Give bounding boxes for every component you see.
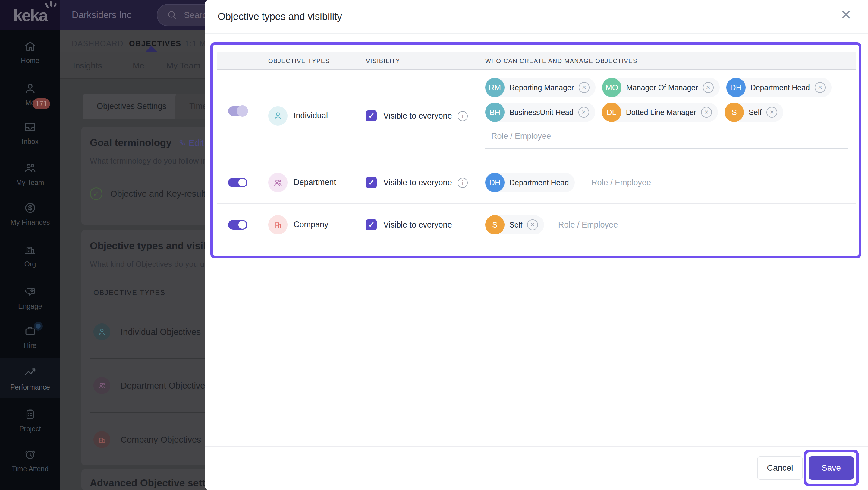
checkbox-label: Visible to everyone bbox=[383, 111, 452, 121]
modal-title: Objective types and visibility bbox=[218, 11, 342, 22]
chip-manager-of-manager: MO Manager Of Manager ✕ bbox=[602, 78, 720, 97]
chat-heart-icon bbox=[24, 285, 36, 298]
search-icon bbox=[167, 10, 177, 20]
role-employee-input[interactable]: Role / Employee bbox=[591, 178, 651, 188]
chip-department-head: DH Department Head ✕ bbox=[726, 78, 832, 97]
type-label-individual: Individual bbox=[293, 111, 328, 120]
sidebar-item-my-team[interactable]: My Team bbox=[0, 162, 60, 187]
chip-row: S Self ✕ bbox=[485, 215, 544, 234]
checkbox-visible-company[interactable]: ✓ bbox=[366, 219, 377, 230]
home-icon bbox=[24, 40, 36, 53]
inbox-icon bbox=[24, 121, 36, 133]
remove-chip-icon[interactable]: ✕ bbox=[767, 107, 777, 118]
clipboard-icon bbox=[24, 408, 36, 421]
chip-row: BH BusinessUnit Head ✕ DL Dotted Line Ma… bbox=[485, 103, 783, 122]
checkbox-label: Visible to everyone bbox=[383, 178, 452, 188]
sidebar-item-time-attend[interactable]: Time Attend bbox=[0, 448, 60, 473]
building-icon bbox=[24, 243, 36, 256]
column-divider bbox=[359, 52, 359, 246]
row-divider bbox=[217, 246, 856, 246]
remove-chip-icon[interactable]: ✕ bbox=[703, 82, 714, 93]
input-underline bbox=[485, 148, 848, 149]
sidebar-item-inbox[interactable]: Inbox bbox=[0, 121, 60, 146]
row-divider bbox=[217, 161, 856, 162]
remove-chip-icon[interactable]: ✕ bbox=[701, 107, 712, 118]
sidebar-item-performance[interactable]: Performance bbox=[0, 366, 60, 391]
column-header-objective-types: OBJECTIVE TYPES bbox=[268, 52, 330, 70]
toggle-individual[interactable] bbox=[228, 106, 247, 116]
column-header-visibility: VISIBILITY bbox=[366, 52, 400, 70]
sidebar-item-home[interactable]: Home bbox=[0, 40, 60, 65]
row-divider bbox=[217, 203, 856, 204]
checkbox-label: Visible to everyone bbox=[383, 220, 452, 230]
checkbox-visible-department[interactable]: ✓ bbox=[366, 177, 377, 188]
role-employee-input[interactable]: Role / Employee bbox=[491, 132, 551, 141]
people-icon bbox=[93, 377, 110, 394]
chip-reporting-manager: RM Reporting Manager ✕ bbox=[485, 78, 595, 97]
chip-row: RM Reporting Manager ✕ MO Manager Of Man… bbox=[485, 78, 832, 97]
avatar: BH bbox=[485, 103, 504, 122]
active-tab-caret bbox=[145, 46, 158, 53]
subtab-insights[interactable]: Insights bbox=[73, 61, 102, 70]
chip-self: S Self ✕ bbox=[485, 215, 544, 234]
sidebar: Home Me 171 Inbox My Team My Finances Or… bbox=[0, 30, 60, 490]
info-icon[interactable]: i bbox=[458, 178, 468, 188]
column-header-who-can: WHO CAN CREATE AND MANAGE OBJECTIVES bbox=[485, 52, 638, 70]
type-label-department: Department bbox=[293, 178, 336, 187]
toggle-department[interactable] bbox=[228, 178, 247, 188]
company-name: Darksiders Inc bbox=[72, 0, 131, 30]
chip-dotted-line-manager: DL Dotted Line Manager ✕ bbox=[602, 103, 718, 122]
screen: keka Darksiders Inc Search e Home Me 171… bbox=[0, 0, 868, 490]
chip-row: DH Department Head bbox=[485, 173, 575, 192]
person-icon bbox=[93, 323, 110, 340]
logo-area: keka bbox=[0, 0, 60, 30]
subtab-my-team[interactable]: My Team bbox=[166, 61, 200, 70]
avatar: DL bbox=[602, 103, 621, 122]
remove-chip-icon[interactable]: ✕ bbox=[579, 82, 590, 93]
avatar: DH bbox=[726, 78, 746, 97]
input-underline bbox=[485, 240, 850, 240]
close-icon[interactable]: ✕ bbox=[840, 7, 852, 23]
checkbox-visible-individual[interactable]: ✓ bbox=[366, 110, 377, 121]
building-icon bbox=[93, 431, 110, 448]
inbox-count-badge: 171 bbox=[33, 98, 50, 109]
avatar: RM bbox=[485, 78, 504, 97]
remove-chip-icon[interactable]: ✕ bbox=[815, 82, 826, 93]
avatar: S bbox=[724, 103, 744, 122]
info-icon[interactable]: i bbox=[458, 111, 468, 121]
toggle-company[interactable] bbox=[228, 220, 247, 230]
remove-chip-icon[interactable]: ✕ bbox=[527, 219, 538, 230]
person-icon bbox=[24, 82, 36, 95]
person-icon bbox=[268, 106, 287, 125]
alarm-clock-icon bbox=[24, 448, 36, 461]
chip-businessunit-head: BH BusinessUnit Head ✕ bbox=[485, 103, 595, 122]
sidebar-item-my-finances[interactable]: My Finances bbox=[0, 202, 60, 227]
input-underline bbox=[485, 198, 850, 198]
tab-objectives-settings[interactable]: Objectives Settings bbox=[83, 93, 180, 119]
avatar: MO bbox=[602, 78, 621, 97]
subtab-me[interactable]: Me bbox=[133, 61, 144, 70]
check-circle-icon: ✓ bbox=[90, 188, 102, 200]
cancel-button[interactable]: Cancel bbox=[757, 456, 803, 480]
sidebar-item-project[interactable]: Project bbox=[0, 408, 60, 433]
keka-logo: keka bbox=[13, 5, 47, 25]
people-icon bbox=[268, 173, 287, 192]
sidebar-item-org[interactable]: Org bbox=[0, 243, 60, 268]
edit-link[interactable]: ✎ Edit bbox=[179, 138, 204, 148]
tab-dashboard[interactable]: DASHBOARD bbox=[72, 39, 124, 48]
building-icon bbox=[268, 215, 287, 234]
role-employee-input[interactable]: Role / Employee bbox=[558, 220, 618, 230]
chip-department-head: DH Department Head bbox=[485, 173, 575, 192]
objective-visibility-modal: Objective types and visibility ✕ OBJECTI… bbox=[205, 0, 868, 490]
avatar: S bbox=[485, 215, 504, 234]
people-icon bbox=[24, 162, 36, 174]
avatar: DH bbox=[485, 173, 504, 192]
sidebar-item-engage[interactable]: Engage bbox=[0, 285, 60, 311]
remove-chip-icon[interactable]: ✕ bbox=[578, 107, 589, 118]
briefcase-icon bbox=[24, 325, 36, 337]
modal-footer-divider bbox=[205, 446, 868, 446]
type-label-company: Company bbox=[293, 220, 329, 229]
save-button[interactable]: Save bbox=[809, 456, 854, 480]
sidebar-item-hire[interactable]: Hire bbox=[0, 325, 60, 350]
sidebar-item-me[interactable]: Me bbox=[0, 82, 60, 107]
